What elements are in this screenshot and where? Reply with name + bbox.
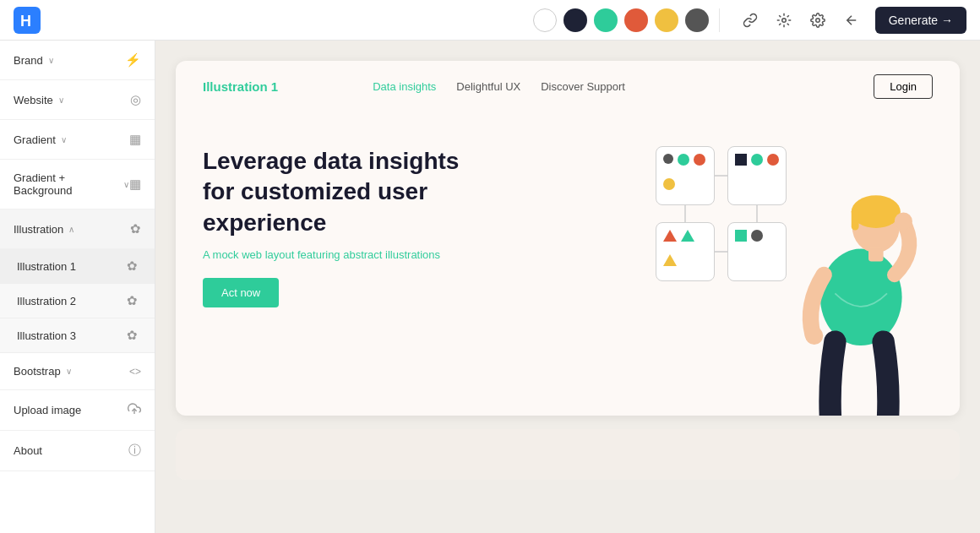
color-palette [533, 8, 709, 32]
brand-icon: ⚡ [125, 52, 141, 68]
illustration-subitems: Illustration 1 ✿ Illustration 2 ✿ Illust… [0, 249, 155, 353]
illustration-2-label: Illustration 2 [17, 295, 76, 307]
illustration-icon: ✿ [130, 221, 141, 237]
mock-nav-delightful-ux[interactable]: Delightful UX [456, 80, 520, 93]
generate-button[interactable]: Generate → [875, 7, 966, 34]
about-label: About [14, 444, 42, 457]
generate-label: Generate → [889, 14, 953, 27]
svg-rect-12 [852, 208, 859, 230]
illustration-1-label: Illustration 1 [17, 260, 76, 273]
integration-icon-btn[interactable] [770, 7, 798, 34]
gradient-bg-label: Gradient + Background [14, 171, 118, 197]
illustration-label: Illustration [14, 223, 63, 236]
shape-tri-yellow [663, 254, 677, 266]
preview-card: Illustration 1 Data insights Delightful … [176, 61, 960, 416]
gradient-label: Gradient [14, 133, 56, 146]
gradient-bg-chevron: ∨ [123, 180, 129, 189]
illustration-3-label: Illustration 3 [17, 329, 76, 342]
svg-point-2 [781, 18, 786, 22]
color-swatch-gray[interactable] [685, 8, 709, 32]
main-layout: Brand ∨ ⚡ Website ∨ ◎ Gradient ∨ ▦ Gradi… [0, 41, 980, 533]
mock-nav-data-insights[interactable]: Data insights [373, 80, 436, 93]
bootstrap-icon: <> [129, 366, 141, 378]
bootstrap-chevron: ∨ [66, 367, 72, 376]
float-card-1 [656, 146, 715, 205]
mock-hero: Leverage data insights for customized us… [176, 112, 960, 383]
color-swatch-coral[interactable] [624, 8, 648, 32]
svg-point-14 [895, 212, 912, 230]
sidebar-item-about[interactable]: About ⓘ [0, 431, 155, 471]
sidebar-item-brand[interactable]: Brand ∨ ⚡ [0, 41, 155, 80]
sidebar-item-illustration-2[interactable]: Illustration 2 ✿ [0, 284, 155, 318]
color-swatch-navy[interactable] [564, 8, 587, 32]
color-swatch-white[interactable] [533, 8, 557, 32]
website-chevron: ∨ [58, 95, 64, 105]
illustration-3-icon: ✿ [127, 328, 138, 343]
svg-point-3 [815, 18, 819, 22]
mock-nav-links: Data insights Delightful UX Discover Sup… [373, 80, 625, 93]
shape-dot-coral [694, 154, 705, 166]
toolbar-divider [719, 8, 720, 32]
float-card-3 [656, 222, 715, 281]
sidebar-item-gradient-bg[interactable]: Gradient + Background ∨ ▦ [0, 160, 155, 209]
mock-nav-discover-support[interactable]: Discover Support [541, 80, 625, 93]
sidebar-item-upload-image[interactable]: Upload image [0, 390, 155, 431]
mock-hero-subtitle: A mock web layout featuring abstract ill… [203, 248, 473, 261]
sidebar-item-illustration-3[interactable]: Illustration 3 ✿ [0, 318, 155, 353]
bootstrap-label: Bootstrap [14, 365, 61, 378]
shape-tri-coral [663, 230, 677, 242]
website-icon: ◎ [130, 92, 141, 107]
color-swatch-teal[interactable] [594, 8, 618, 32]
mock-cta-button[interactable]: Act now [203, 278, 279, 307]
illustration-2-icon: ✿ [127, 293, 138, 308]
sidebar-item-illustration-1[interactable]: Illustration 1 ✿ [0, 249, 155, 284]
svg-text:H: H [20, 13, 31, 30]
settings-icon-btn[interactable] [804, 7, 831, 34]
website-label: Website [14, 94, 53, 106]
sidebar-item-gradient[interactable]: Gradient ∨ ▦ [0, 120, 155, 160]
sidebar-item-bootstrap[interactable]: Bootstrap ∨ <> [0, 353, 155, 390]
shape-tri-teal [681, 230, 694, 242]
svg-rect-13 [868, 248, 884, 262]
person-illustration [732, 104, 960, 416]
preview-card-2 [176, 429, 960, 480]
mock-hero-title: Leverage data insights for customized us… [203, 146, 473, 238]
toolbar-icons [737, 7, 865, 34]
content-area: Illustration 1 Data insights Delightful … [155, 41, 980, 533]
color-swatch-yellow[interactable] [655, 8, 678, 32]
gradient-icon: ▦ [129, 132, 141, 147]
mock-hero-text: Leverage data insights for customized us… [203, 133, 473, 307]
sidebar-item-illustration[interactable]: Illustration ∧ ✿ [0, 209, 155, 249]
svg-point-15 [805, 327, 823, 345]
gradient-bg-icon: ▦ [129, 177, 141, 192]
mock-brand-name: Illustration 1 [203, 79, 278, 94]
illustration-chevron: ∧ [68, 225, 74, 234]
sidebar: Brand ∨ ⚡ Website ∨ ◎ Gradient ∨ ▦ Gradi… [0, 41, 155, 533]
shape-dot-yellow [663, 178, 675, 190]
illustration-1-icon: ✿ [127, 258, 138, 274]
about-icon: ⓘ [128, 443, 141, 459]
upload-image-icon [128, 402, 141, 418]
gradient-chevron: ∨ [61, 135, 67, 144]
mock-login-button[interactable]: Login [874, 74, 933, 99]
sidebar-item-website[interactable]: Website ∨ ◎ [0, 80, 155, 120]
mock-illustration [605, 112, 960, 416]
brand-label: Brand [14, 54, 43, 67]
back-icon-btn[interactable] [838, 7, 865, 34]
upload-image-label: Upload image [14, 404, 81, 416]
link-icon-btn[interactable] [737, 7, 764, 34]
shape-dot-dark [663, 154, 673, 164]
brand-chevron: ∨ [48, 56, 54, 65]
toolbar: H [0, 0, 980, 41]
shape-dot-teal [678, 154, 689, 166]
logo-icon: H [14, 7, 41, 34]
